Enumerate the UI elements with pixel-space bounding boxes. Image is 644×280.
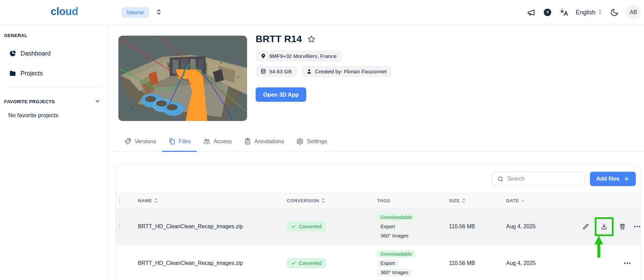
sidebar-section-general: GENERAL	[0, 33, 107, 38]
open-3d-app-button[interactable]: Open 3D App	[256, 87, 306, 102]
files-toolbar: Add files	[116, 165, 640, 193]
edit-button[interactable]	[580, 221, 592, 232]
sidebar-divider	[4, 87, 103, 88]
location-badge: 9MF9+32 Morvilliers, France	[256, 50, 342, 62]
tag-downloadable: Downloadable	[377, 250, 415, 258]
files-icon	[168, 138, 176, 145]
delete-button[interactable]	[617, 221, 628, 232]
more-actions-button[interactable]	[621, 257, 633, 269]
app-logo[interactable]: cloud	[51, 5, 78, 18]
sort-icon[interactable]	[462, 198, 466, 203]
more-actions-button[interactable]	[631, 221, 641, 232]
conversion-badge: Converted	[287, 258, 326, 268]
search-box[interactable]	[492, 172, 584, 186]
person-icon	[306, 69, 312, 74]
add-files-label: Add files	[596, 176, 619, 182]
tag-export: Export	[377, 259, 398, 267]
sort-icon[interactable]	[321, 198, 325, 203]
tag-downloadable: Downloadable	[377, 214, 415, 221]
workspace-badge[interactable]: Interne	[121, 7, 149, 18]
column-size[interactable]: SIZE	[449, 198, 506, 203]
main-content: BRTT R14 9MF9+32 Morvilliers, France	[108, 25, 644, 280]
general-title: GENERAL	[4, 33, 27, 38]
tags-list: Downloadable Export 360° Images	[377, 214, 449, 240]
favorite-star-icon[interactable]	[307, 35, 315, 43]
tab-files[interactable]: Files	[162, 132, 197, 151]
tab-label: Settings	[307, 138, 327, 145]
file-name[interactable]: BRTT_HD_CleanClean_Recap_images.zip	[138, 260, 287, 266]
search-input[interactable]	[507, 176, 579, 182]
file-size: 110.56 MB	[449, 223, 506, 230]
language-label: English	[576, 9, 595, 16]
tab-label: Access	[214, 138, 232, 145]
row-checkbox[interactable]	[119, 223, 120, 230]
help-icon[interactable]: ?	[543, 8, 552, 17]
project-header: BRTT R14 9MF9+32 Morvilliers, France	[256, 34, 391, 102]
project-title: BRTT R14	[256, 34, 302, 45]
file-name[interactable]: BRTT_HD_CleanClean_Recap_images.zip	[138, 223, 287, 230]
row-actions	[580, 217, 641, 236]
column-date[interactable]: DATE	[506, 198, 580, 203]
translate-icon[interactable]	[559, 8, 568, 17]
clipboard-icon	[244, 138, 251, 145]
sidebar-item-projects[interactable]: Projects	[0, 69, 107, 78]
trash-icon	[619, 223, 626, 230]
tabs-bar: Versions Files Access Annotations	[108, 132, 644, 151]
sidebar: GENERAL Dashboard Projects FAVORITE PROJ…	[0, 25, 108, 280]
sidebar-item-dashboard[interactable]: Dashboard	[0, 49, 107, 58]
table-row[interactable]: BRTT_HD_CleanClean_Recap_images.zip Conv…	[116, 208, 640, 245]
creator-text: Created by: Florian Fauconnet	[315, 69, 387, 75]
tab-label: Versions	[134, 138, 156, 145]
file-size: 110.56 MB	[449, 260, 506, 266]
chevron-down-icon[interactable]	[94, 98, 101, 105]
select-all-checkbox[interactable]	[119, 197, 120, 204]
row-actions	[580, 257, 640, 269]
tab-versions[interactable]: Versions	[118, 132, 162, 151]
tag-360-images: 360° Images	[377, 269, 412, 276]
topbar-right: ? English AB	[527, 0, 641, 25]
tab-label: Annotations	[254, 138, 284, 145]
project-thumbnail[interactable]	[118, 36, 247, 121]
download-button[interactable]	[598, 221, 610, 232]
tag-360-images: 360° Images	[377, 232, 412, 240]
tab-annotations[interactable]: Annotations	[238, 132, 290, 151]
pie-chart-icon	[9, 50, 16, 57]
workspace-switcher-icon[interactable]	[155, 8, 163, 17]
dark-mode-icon[interactable]	[610, 8, 619, 17]
tags-list: Downloadable Export 360° Images	[377, 250, 449, 276]
page: cloud Interne ? English AB	[0, 0, 644, 280]
column-tags[interactable]: TAGS	[377, 198, 449, 203]
sidebar-item-label: Projects	[21, 70, 43, 77]
tab-settings[interactable]: Settings	[290, 132, 333, 151]
size-text: 54.63 GB	[269, 69, 292, 75]
svg-text:?: ?	[546, 10, 549, 15]
column-conversion[interactable]: CONVERSION	[287, 198, 377, 203]
language-selector[interactable]: English	[576, 9, 603, 16]
topbar: cloud Interne ? English AB	[0, 0, 644, 25]
add-files-button[interactable]: Add files	[590, 172, 636, 186]
sort-desc-icon[interactable]	[521, 199, 525, 203]
location-text: 9MF9+32 Morvilliers, France	[269, 53, 337, 59]
tag-export: Export	[377, 223, 398, 230]
favorites-empty-text: No favorite projects	[8, 112, 107, 119]
people-icon	[203, 138, 210, 145]
favorites-title: FAVORITE PROJECTS	[4, 99, 55, 104]
download-highlight-box	[595, 217, 614, 236]
table-header: NAME CONVERSION TAGS SIZE DATE	[116, 193, 640, 208]
file-date: Aug 4, 2025	[506, 260, 580, 266]
check-icon	[291, 261, 296, 266]
conversion-badge: Converted	[287, 221, 326, 232]
announcements-icon[interactable]	[527, 8, 536, 17]
sidebar-section-favorites[interactable]: FAVORITE PROJECTS	[0, 98, 107, 105]
tab-label: Files	[179, 138, 191, 145]
sort-icon[interactable]	[154, 198, 158, 203]
column-name[interactable]: NAME	[138, 198, 287, 203]
search-icon	[497, 176, 504, 182]
tab-access[interactable]: Access	[197, 132, 238, 151]
language-chevron-icon	[597, 9, 603, 16]
download-icon	[601, 223, 608, 230]
user-avatar[interactable]: AB	[626, 5, 641, 20]
tag-icon	[124, 138, 131, 145]
sidebar-item-label: Dashboard	[21, 50, 51, 57]
table-row[interactable]: BRTT_HD_CleanClean_Recap_images.zip Conv…	[116, 245, 640, 280]
